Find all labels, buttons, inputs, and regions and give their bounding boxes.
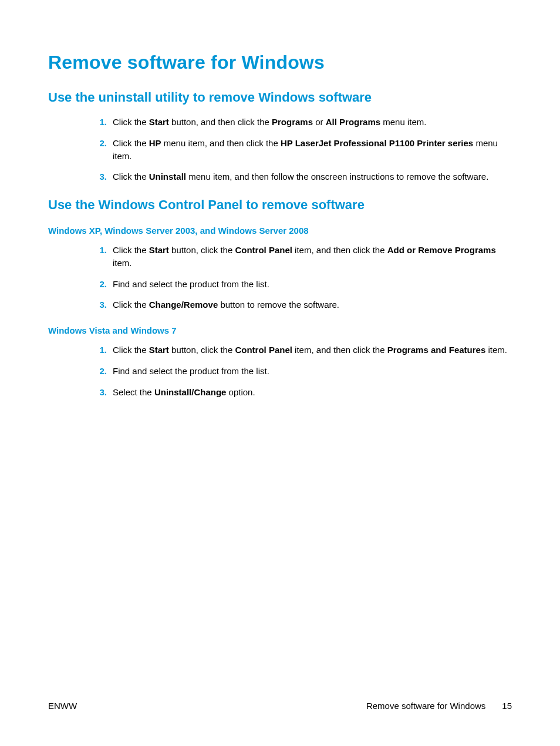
list-item: Click the HP menu item, and then click t… <box>113 137 512 163</box>
section-heading-control-panel: Use the Windows Control Panel to remove … <box>48 197 512 213</box>
page-title: Remove software for Windows <box>48 52 512 73</box>
sub2-steps: Click the Start button, click the Contro… <box>48 344 512 398</box>
list-item: Click the Start button, click the Contro… <box>113 244 512 270</box>
section-heading-uninstall-utility: Use the uninstall utility to remove Wind… <box>48 90 512 105</box>
list-item: Click the Start button, click the Contro… <box>113 344 512 357</box>
list-item: Select the Uninstall/Change option. <box>113 386 512 399</box>
footer-section-title: Remove software for Windows <box>366 701 485 711</box>
document-page: Remove software for Windows Use the unin… <box>0 0 560 746</box>
list-item: Click the Start button, and then click t… <box>113 116 512 129</box>
list-item: Click the Uninstall menu item, and then … <box>113 170 512 183</box>
list-item: Find and select the product from the lis… <box>113 365 512 378</box>
footer-right: Remove software for Windows 15 <box>366 701 512 711</box>
subsection-heading-xp: Windows XP, Windows Server 2003, and Win… <box>48 226 512 236</box>
section1-steps: Click the Start button, and then click t… <box>48 116 512 183</box>
list-item: Click the Change/Remove button to remove… <box>113 298 512 311</box>
page-footer: ENWW Remove software for Windows 15 <box>48 701 512 711</box>
footer-page-number: 15 <box>502 701 512 711</box>
footer-left-code: ENWW <box>48 701 77 711</box>
sub1-steps: Click the Start button, click the Contro… <box>48 244 512 311</box>
subsection-heading-vista: Windows Vista and Windows 7 <box>48 325 512 335</box>
list-item: Find and select the product from the lis… <box>113 278 512 291</box>
